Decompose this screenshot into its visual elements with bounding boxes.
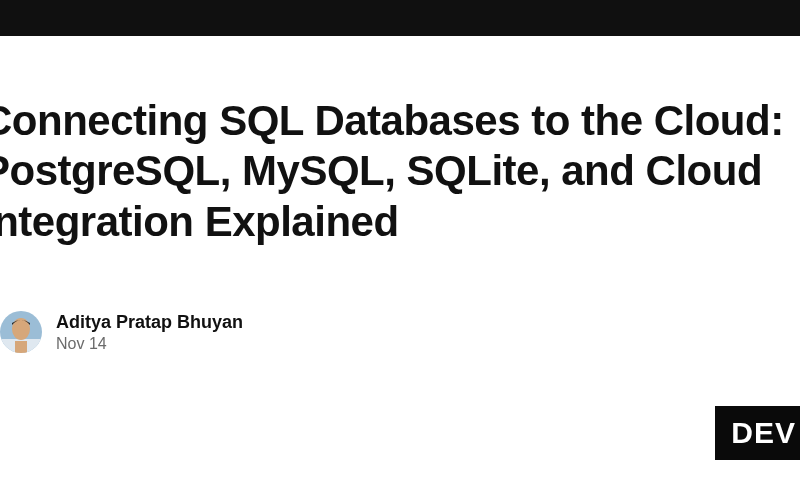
post-date: Nov 14 — [56, 334, 243, 354]
article-content: Connecting SQL Databases to the Cloud: P… — [0, 36, 800, 354]
author-name[interactable]: Aditya Pratap Bhuyan — [56, 311, 243, 334]
dev-badge[interactable]: DEV — [715, 406, 800, 460]
svg-point-2 — [12, 318, 30, 340]
author-block: Aditya Pratap Bhuyan Nov 14 — [56, 311, 243, 354]
byline: Aditya Pratap Bhuyan Nov 14 — [0, 311, 800, 354]
article-title: Connecting SQL Databases to the Cloud: P… — [0, 96, 800, 247]
author-avatar[interactable] — [0, 311, 42, 353]
svg-rect-3 — [15, 341, 27, 353]
top-bar — [0, 0, 800, 36]
